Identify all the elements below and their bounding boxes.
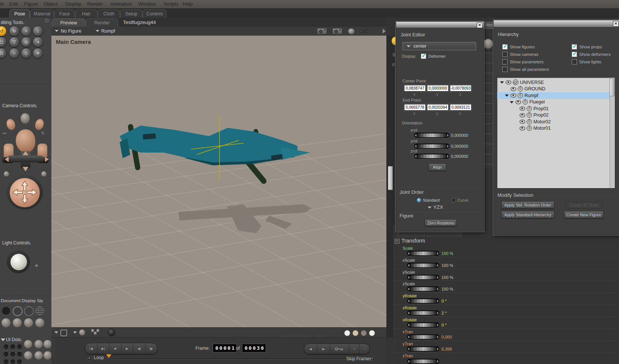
collapse-box-icon[interactable] xyxy=(45,19,48,22)
display-style-smooth-icon[interactable] xyxy=(24,318,33,327)
camera-hand-left-icon[interactable] xyxy=(5,118,17,131)
first-frame-button[interactable]: |◀ xyxy=(85,343,98,354)
taper-tool-icon[interactable]: ▽ xyxy=(9,37,20,47)
align-button[interactable]: Align xyxy=(428,163,446,171)
tree-scrollbar-thumb[interactable] xyxy=(610,78,614,96)
yrot-dial[interactable] xyxy=(414,144,449,149)
display-style-extra-icon[interactable] xyxy=(44,351,52,360)
param-value-scale[interactable]: 100 % xyxy=(442,251,453,256)
param-value-yscale[interactable]: 100 % xyxy=(442,275,453,280)
param-dial-yscale[interactable] xyxy=(407,275,439,280)
translate-tool-icon[interactable]: + xyxy=(21,26,32,36)
param-value-xtran[interactable]: 0,000 xyxy=(442,335,452,339)
param-dial-xrotate[interactable] xyxy=(407,322,439,328)
end-y-field[interactable]: 0,0020394 xyxy=(427,104,449,111)
param-dial-xscale[interactable] xyxy=(407,263,439,268)
prev-key-button[interactable]: ◀ xyxy=(304,344,317,354)
timeline-track[interactable] xyxy=(116,358,378,360)
end-x-field[interactable]: 0,0655778 xyxy=(404,104,426,111)
param-dial-xtran[interactable] xyxy=(407,334,439,340)
menu-item-display[interactable]: Display xyxy=(65,1,81,7)
page-dot-icon[interactable] xyxy=(344,330,350,336)
display-style-extra-icon[interactable] xyxy=(24,340,32,348)
color-tool-icon[interactable]: ◑ xyxy=(33,37,43,47)
stop-button[interactable]: ■ xyxy=(110,343,122,354)
tree-item-prop02[interactable]: () Prop02 xyxy=(497,112,615,119)
panel-gripper[interactable] xyxy=(52,339,55,363)
menu-item-file[interactable]: le xyxy=(0,1,4,7)
close-icon[interactable]: ✕ xyxy=(477,22,482,28)
center-y-field[interactable]: 0,0000000 xyxy=(427,85,449,91)
display-style-flat-icon[interactable] xyxy=(13,318,22,327)
ui-dot[interactable] xyxy=(17,360,22,364)
collapse-section-icon[interactable]: − xyxy=(395,239,400,244)
rotation-order-dropdown[interactable]: YZX xyxy=(433,204,443,210)
tree-item-ground[interactable]: () GROUND xyxy=(497,86,615,93)
zrot-dial[interactable] xyxy=(414,154,449,159)
3d-viewport[interactable]: Main Camera xyxy=(51,36,386,327)
translate-inout-tool-icon[interactable]: ↕ xyxy=(33,26,43,36)
param-value-zscale[interactable]: 100 % xyxy=(442,287,453,291)
visibility-eye-icon[interactable] xyxy=(520,113,525,117)
checkbox-icon[interactable] xyxy=(572,59,577,64)
display-style-extra-icon[interactable] xyxy=(44,340,52,348)
zrot-value[interactable]: 0,000000 xyxy=(451,154,468,159)
xrot-dial[interactable] xyxy=(414,133,449,138)
next-key-button[interactable]: ▶ xyxy=(317,344,331,354)
display-style-outline-icon[interactable] xyxy=(13,306,23,316)
checkbox-icon[interactable] xyxy=(572,44,577,49)
expander-icon[interactable] xyxy=(500,80,504,84)
menu-item-help[interactable]: Help xyxy=(183,1,193,7)
camera-point-right-icon[interactable] xyxy=(45,157,51,162)
add-keyframe-button[interactable] xyxy=(330,344,349,354)
visibility-eye-icon[interactable] xyxy=(511,87,516,91)
display-style-wireframe-icon[interactable] xyxy=(24,306,34,316)
tab-render[interactable]: Render xyxy=(86,18,118,27)
standard-radio-label[interactable]: Standard xyxy=(423,198,440,202)
param-dial-yrotate[interactable] xyxy=(407,298,439,304)
add-frame-button[interactable]: + xyxy=(349,344,360,354)
camera-dot-left-icon[interactable] xyxy=(4,171,9,177)
tree-item-prop01[interactable]: () Prop01 xyxy=(497,105,615,112)
play-button[interactable]: ▶ xyxy=(122,343,134,354)
actor-selector[interactable]: Rumpf xyxy=(101,28,115,34)
panel-title-bar[interactable] xyxy=(396,22,484,28)
menu-item-object[interactable]: Object xyxy=(44,1,58,7)
panel-title-bar[interactable] xyxy=(494,20,619,27)
grab-tool-icon[interactable]: ◇ xyxy=(21,48,32,58)
param-value-ytran[interactable]: 6,398 xyxy=(442,347,452,351)
tree-item-motor02[interactable]: () Motor02 xyxy=(497,118,615,125)
camera-icon[interactable] xyxy=(317,28,327,34)
center-x-field[interactable]: 0,0838747 xyxy=(404,85,426,91)
multi-ball-icon[interactable] xyxy=(91,329,94,332)
visibility-eye-icon[interactable] xyxy=(511,93,516,97)
param-dial-zscale[interactable] xyxy=(407,286,439,292)
checkbox-icon[interactable] xyxy=(502,67,508,72)
tab-pose[interactable]: Pose xyxy=(9,9,30,18)
visibility-eye-icon[interactable] xyxy=(520,106,525,111)
ui-dot[interactable] xyxy=(17,352,22,357)
camera-point-left-icon[interactable] xyxy=(2,157,9,162)
zoom-tool-icon[interactable]: ○ xyxy=(9,48,20,58)
display-style-hiddenline-icon[interactable] xyxy=(35,306,44,315)
checkbox-show-props[interactable]: Show props xyxy=(572,44,602,49)
page-dot-icon[interactable] xyxy=(361,330,367,336)
camera-hand-right-icon[interactable] xyxy=(34,118,45,131)
tab-cloth[interactable]: Cloth xyxy=(98,9,120,18)
loop-toggle[interactable] xyxy=(88,357,92,361)
tracking-expander-icon[interactable] xyxy=(73,331,77,336)
body-part-dropdown[interactable]: center xyxy=(403,42,476,50)
display-style-extra-icon[interactable] xyxy=(35,340,43,348)
camera-point-up-icon[interactable] xyxy=(23,148,29,155)
checkbox-icon[interactable] xyxy=(572,52,577,57)
standard-radio-icon[interactable] xyxy=(417,198,421,202)
apply-standard-hierarchy-button[interactable]: Apply Standard Hierarchy xyxy=(501,211,554,219)
menu-item-figure[interactable]: Figure xyxy=(24,1,38,7)
tab-preview[interactable]: Preview xyxy=(52,18,86,27)
move-cross-icon[interactable] xyxy=(359,27,371,36)
camera-key-icon[interactable]: ⊶ xyxy=(2,131,6,136)
display-style-texture-icon[interactable] xyxy=(35,318,44,327)
checkbox-show-lights[interactable]: Show lights xyxy=(572,59,601,64)
param-dial-scale[interactable] xyxy=(407,251,439,256)
checkbox-show-deformers[interactable]: Show deformers xyxy=(572,52,611,57)
